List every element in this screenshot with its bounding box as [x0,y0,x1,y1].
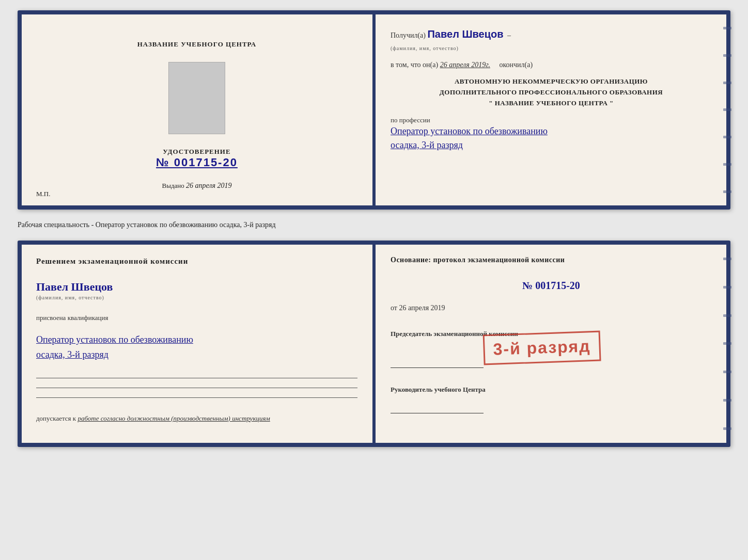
finished-label: окончил(а) [499,61,533,69]
photo-placeholder [168,62,225,134]
doc2-right-edge-bars [723,245,731,443]
qualification-line2: осадка, 3-й разряд [36,347,193,362]
document-2: Решением экзаменационной комиссии Павел … [18,241,730,447]
right-bar-5 [723,136,731,138]
chairman-signature-line [391,358,484,368]
qualification-line1: Оператор установок по обезвоживанию [36,332,193,347]
fio-sublabel: (фамилия, имя, отчество) [391,45,459,51]
org-line2: ДОПОЛНИТЕЛЬНОГО ПРОФЕССИОНАЛЬНОГО ОБРАЗО… [391,87,712,98]
basis-date-value: 26 апреля 2019 [399,304,445,312]
date-value: 26 апреля 2019г. [440,61,490,69]
doc2-right-bar-1 [723,258,731,260]
doc2-right-bar-7 [723,427,731,430]
issued-label: Выдано [162,182,184,189]
doc2-person-name: Павел Швецов [36,280,113,294]
doc2-right-bar-3 [723,314,731,317]
right-bar-6 [723,163,731,166]
signature-lines-left [36,376,357,400]
document-1: НАЗВАНИЕ УЧЕБНОГО ЦЕНТРА УДОСТОВЕРЕНИЕ №… [18,10,730,210]
org-line3: " НАЗВАНИЕ УЧЕБНОГО ЦЕНТРА " [391,98,712,109]
qualification-label: присвоена квалификация [36,314,108,322]
right-bar-2 [723,54,731,57]
director-signature-line [391,403,484,413]
right-bar-3 [723,82,731,84]
doc2-qualification-block: Оператор установок по обезвоживанию осад… [36,332,193,362]
basis-date-prefix: от [391,304,397,312]
date-label: в том, что он(а) [391,61,438,69]
doc1-training-center-title: НАЗВАНИЕ УЧЕБНОГО ЦЕНТРА [137,40,257,49]
org-block: АВТОНОМНУЮ НЕКОММЕРЧЕСКУЮ ОРГАНИЗАЦИЮ ДО… [391,76,712,108]
basis-date: от 26 апреля 2019 [391,304,712,312]
org-line1: АВТОНОМНУЮ НЕКОММЕРЧЕСКУЮ ОРГАНИЗАЦИЮ [391,76,712,87]
right-bar-4 [723,108,731,111]
separator-text: Рабочая специальность - Оператор установ… [18,219,730,231]
allowed-block: допускается к работе согласно должностны… [36,414,270,423]
doc2-right-bar-6 [723,399,731,402]
doc2-fio-sublabel: (фамилия, имя, отчество) [36,295,113,300]
basis-title: Основание: протокол экзаменационной коми… [391,256,712,264]
profession-value-1: Оператор установок по обезвоживанию [391,124,712,138]
right-bar-7 [723,190,731,193]
issued-line: Выдано 26 апреля 2019 [162,182,232,190]
right-edge-bars [723,14,731,205]
doc1-right-panel: Получил(а) Павел Швецов – (фамилия, имя,… [372,14,726,205]
decision-title: Решением экзаменационной комиссии [36,257,188,266]
cert-number: № 001715-20 [156,156,238,169]
cert-number-block: УДОСТОВЕРЕНИЕ № 001715-20 [156,148,238,169]
doc2-right-bar-5 [723,371,731,373]
date-block: в том, что он(а) 26 апреля 2019г. окончи… [391,61,712,69]
profession-value-2: осадка, 3-й разряд [391,138,712,152]
profession-label: по профессии [391,116,712,124]
allowed-label: допускается к [36,414,76,422]
doc1-left-panel: НАЗВАНИЕ УЧЕБНОГО ЦЕНТРА УДОСТОВЕРЕНИЕ №… [22,14,372,205]
director-label: Руководитель учебного Центра [391,386,712,394]
doc2-right-bar-2 [723,286,731,289]
doc2-left-panel: Решением экзаменационной комиссии Павел … [22,245,372,443]
cert-label: УДОСТОВЕРЕНИЕ [156,148,238,156]
mp-label: М.П. [36,190,50,198]
doc2-person-block: Павел Швецов (фамилия, имя, отчество) [36,280,113,300]
allowed-value: работе согласно должностным (производств… [77,414,270,422]
profession-block: по профессии Оператор установок по обезв… [391,116,712,152]
doc2-right-panel: Основание: протокол экзаменационной коми… [372,245,726,443]
received-block: Получил(а) Павел Швецов – (фамилия, имя,… [391,26,712,54]
basis-number: № 001715-20 [391,280,712,292]
page-container: НАЗВАНИЕ УЧЕБНОГО ЦЕНТРА УДОСТОВЕРЕНИЕ №… [18,10,730,447]
received-name: Павел Швецов [427,28,503,40]
doc1-dash1: – [507,31,511,39]
stamp-3rd-grade: 3-й разряд [483,330,601,365]
right-bar-1 [723,27,731,29]
doc2-right-bar-4 [723,342,731,345]
issued-date: 26 апреля 2019 [186,182,231,189]
received-label: Получил(а) [391,31,426,39]
